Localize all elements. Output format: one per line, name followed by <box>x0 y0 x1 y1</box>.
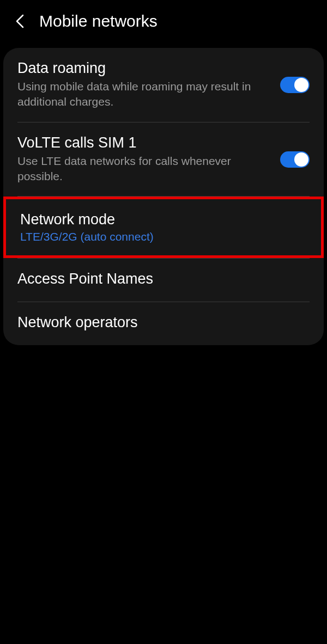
setting-title: Data roaming <box>17 60 271 77</box>
header: Mobile networks <box>0 0 327 42</box>
settings-panel: Data roaming Using mobile data while roa… <box>3 48 324 345</box>
toggle-volte[interactable] <box>280 151 310 168</box>
back-icon[interactable] <box>13 15 26 28</box>
setting-apn[interactable]: Access Point Names <box>3 259 324 302</box>
setting-data-roaming[interactable]: Data roaming Using mobile data while roa… <box>3 48 324 122</box>
setting-content: Network mode LTE/3G/2G (auto connect) <box>20 211 307 243</box>
setting-volte[interactable]: VoLTE calls SIM 1 Use LTE data networks … <box>3 122 324 197</box>
setting-content: Network operators <box>17 314 310 333</box>
setting-network-mode[interactable]: Network mode LTE/3G/2G (auto connect) <box>3 197 324 258</box>
setting-value: LTE/3G/2G (auto connect) <box>20 230 298 243</box>
setting-operators[interactable]: Network operators <box>3 302 324 345</box>
setting-description: Use LTE data networks for calls whenever… <box>17 154 271 185</box>
page-title: Mobile networks <box>39 12 158 30</box>
toggle-knob <box>294 152 308 167</box>
setting-title: Access Point Names <box>17 271 301 287</box>
toggle-data-roaming[interactable] <box>280 77 310 93</box>
setting-title: Network operators <box>17 314 301 331</box>
setting-content: Data roaming Using mobile data while roa… <box>17 60 280 110</box>
toggle-knob <box>294 78 308 92</box>
setting-description: Using mobile data while roaming may resu… <box>17 79 271 110</box>
setting-title: Network mode <box>20 211 298 228</box>
setting-content: Access Point Names <box>17 271 310 290</box>
setting-content: VoLTE calls SIM 1 Use LTE data networks … <box>17 134 280 185</box>
setting-title: VoLTE calls SIM 1 <box>17 134 271 151</box>
